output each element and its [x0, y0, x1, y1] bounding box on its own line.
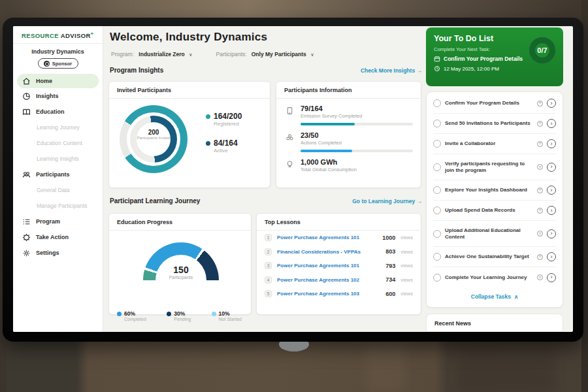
chevron-right-icon[interactable]: › [547, 206, 556, 215]
section-title: Participant Learning Journey [110, 197, 200, 204]
consumption-label: Total Global Consumption [301, 167, 357, 172]
lesson-views: 793 [385, 263, 395, 269]
sidebar-item-label: Insights [36, 93, 59, 99]
task-checkbox[interactable] [433, 99, 441, 107]
help-icon[interactable]: ? [537, 231, 543, 237]
sidebar-item-label: Learning Insights [37, 155, 79, 162]
task-checkbox[interactable] [433, 120, 441, 127]
sponsor-badge[interactable]: Sponsor [38, 58, 78, 69]
lesson-views: 1000 [382, 235, 395, 241]
education-progress-gauge-chart: 150 Participants [109, 231, 251, 309]
insights-icon [22, 92, 31, 101]
task-checkbox[interactable] [433, 274, 441, 282]
help-icon[interactable]: ? [537, 208, 543, 214]
chevron-right-icon[interactable]: › [547, 186, 556, 195]
actions-icon [286, 133, 294, 142]
sidebar-item-education-content[interactable]: Education Content [13, 135, 103, 151]
sidebar-item-label: Home [36, 78, 52, 84]
sidebar-item-settings[interactable]: Settings [13, 245, 103, 261]
chevron-right-icon[interactable]: › [547, 139, 556, 148]
survey-icon [286, 106, 294, 115]
gauge-center-label: Participants [156, 275, 206, 280]
page-title: Welcome, Industry Dynamics [110, 31, 267, 44]
lesson-views: 803 [385, 248, 395, 255]
lesson-link[interactable]: Power Purchase Agreements 103 [277, 291, 380, 297]
sidebar-item-participants[interactable]: Participants [13, 167, 103, 182]
task-label[interactable]: Explore Your Insights Dashboard [445, 187, 533, 193]
active-value: 84/164 [214, 139, 238, 148]
help-icon[interactable]: ? [537, 101, 543, 106]
lesson-link[interactable]: Power Purchase Agreements 101 [277, 263, 380, 269]
lesson-link[interactable]: Power Purchase Agreements 101 [277, 235, 377, 240]
task-label[interactable]: Invite a Collaborator [445, 140, 533, 147]
sidebar-item-learning-insights[interactable]: Learning Insights [13, 151, 103, 167]
sidebar-item-learning-journey[interactable]: Learning Journey [13, 120, 103, 135]
help-icon[interactable]: ? [537, 141, 543, 147]
chevron-right-icon[interactable]: › [547, 273, 556, 282]
chevron-right-icon[interactable]: › [547, 119, 556, 128]
task-label[interactable]: Achieve One Sustainability Target [445, 253, 533, 260]
info-row-survey: 79/164 Emission Survey Completed [276, 99, 421, 119]
help-icon[interactable]: ? [537, 188, 543, 193]
sidebar-item-home[interactable]: Home [17, 74, 99, 88]
program-filter-value: Industrialize Zero [139, 51, 184, 57]
lesson-link[interactable]: Power Purchase Agreements 102 [277, 277, 380, 283]
sidebar-item-label: Education [36, 108, 65, 115]
task-checkbox[interactable] [433, 140, 441, 148]
program-insights-header: Program Insights Check More Insights → [110, 67, 422, 74]
registered-label: Registered [214, 121, 242, 127]
collapse-tasks-link[interactable]: Collapse Tasks ∧ [433, 287, 556, 306]
task-checkbox[interactable] [433, 186, 441, 194]
task-checkbox[interactable] [433, 253, 441, 261]
program-icon [22, 218, 31, 226]
sidebar-item-label: Program [36, 218, 60, 225]
chevron-right-icon[interactable]: › [547, 229, 556, 238]
legend-dot [206, 114, 210, 119]
task-label[interactable]: Confirm Your Program Details [445, 100, 533, 106]
lesson-link[interactable]: Financial Considerations - VPPAs [277, 249, 380, 255]
active-label: Active [214, 148, 242, 154]
legend-not-started: 10% Not Started [212, 310, 242, 321]
sidebar-item-education[interactable]: Education [13, 104, 103, 120]
chevron-right-icon[interactable]: › [547, 99, 556, 108]
chevron-right-icon[interactable]: › [547, 163, 556, 172]
participants-filter-value: Only My Participants [252, 51, 306, 57]
donut-center-label: Participants Invited [135, 136, 172, 141]
sidebar-item-take-action[interactable]: Take Action [13, 229, 103, 245]
task-label[interactable]: Complete Your Learning Journey [445, 274, 533, 281]
sidebar-item-manage-participants[interactable]: Manage Participants [13, 198, 103, 214]
help-icon[interactable]: ? [537, 274, 543, 280]
task-checkbox[interactable] [433, 206, 441, 214]
chevron-right-icon[interactable]: › [547, 252, 556, 261]
legend-registered: 164/200 Registered [206, 112, 242, 127]
gauge-legend: 60% Completed 30% Pending 10% Not Starte… [109, 310, 251, 321]
sidebar-item-insights[interactable]: Insights [13, 88, 103, 104]
help-icon[interactable]: ? [537, 254, 543, 260]
participants-information-card: Participants Information 79/164 Emission… [276, 81, 421, 188]
legend-dot [167, 312, 171, 316]
actions-value: 23/50 [301, 131, 342, 139]
top-lessons-card: Top Lessons 1 Power Purchase Agreements … [256, 213, 421, 315]
education-progress-card: Education Progress 150 Participants 60% … [108, 213, 252, 315]
sidebar-item-program[interactable]: Program [13, 214, 103, 229]
lesson-rank: 5 [265, 290, 272, 297]
actions-label: Actions Completed [301, 140, 342, 146]
task-row: Achieve One Sustainability Target ? › [433, 247, 556, 267]
recent-news-title: Recent News [427, 314, 563, 332]
clock-icon [434, 65, 440, 72]
sidebar-item-general-data[interactable]: General Data [13, 182, 103, 198]
task-label[interactable]: Verify participants requesting to join t… [445, 161, 533, 174]
task-checkbox[interactable] [433, 163, 441, 171]
todo-summary-panel: Your To Do List Complete Your Next Task:… [426, 27, 563, 86]
help-icon[interactable]: ? [537, 121, 543, 127]
task-checkbox[interactable] [433, 230, 441, 238]
task-label[interactable]: Upload Additional Educational Content [445, 227, 533, 240]
check-more-insights-link[interactable]: Check More Insights → [361, 67, 422, 74]
task-label[interactable]: Upload Spend Data Records [445, 207, 533, 214]
participants-filter[interactable]: Participants: Only My Participants ∨ [216, 51, 314, 57]
program-filter[interactable]: Program: Industrialize Zero ∨ [111, 51, 193, 57]
go-to-learning-journey-link[interactable]: Go to Learning Journey → [352, 198, 422, 204]
take-action-icon [22, 233, 31, 242]
help-icon[interactable]: ? [537, 164, 543, 170]
task-label[interactable]: Send 50 Invitations to Participants [445, 120, 533, 127]
